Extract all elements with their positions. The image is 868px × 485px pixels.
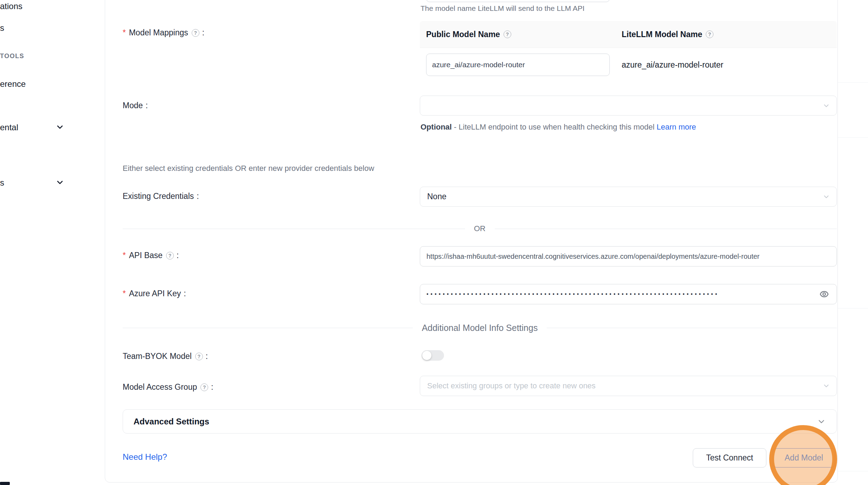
litellm-model-name-input-remnant[interactable]	[426, 0, 610, 2]
background-row-line	[838, 137, 868, 138]
test-connect-button[interactable]: Test Connect	[693, 448, 766, 467]
mapping-table-header: Public Model Name ? LiteLLM Model Name ?	[420, 21, 837, 48]
or-text: OR	[465, 224, 495, 233]
background-row-line	[838, 308, 868, 309]
model-mappings-label: Model Mappings	[129, 28, 188, 37]
help-question-icon[interactable]: ?	[200, 383, 208, 391]
azure-api-key-input[interactable]: ••••••••••••••••••••••••••••••••••••••••…	[420, 284, 837, 304]
learn-more-link[interactable]: Learn more	[657, 123, 696, 131]
advanced-settings-panel[interactable]: Advanced Settings	[123, 409, 837, 434]
sidebar-item-api-reference[interactable]: erence	[0, 79, 26, 89]
help-question-icon[interactable]: ?	[166, 252, 174, 259]
chevron-down-icon	[822, 193, 830, 201]
masked-api-key: ••••••••••••••••••••••••••••••••••••••••…	[426, 284, 815, 304]
team-byok-toggle[interactable]	[422, 350, 444, 361]
team-byok-label-row: Team-BYOK Model ? :	[123, 352, 208, 361]
info-settings-divider-text: Additional Model Info Settings	[413, 323, 547, 333]
model-mapping-table: Public Model Name ? LiteLLM Model Name ?…	[420, 21, 837, 82]
model-access-group-label: Model Access Group	[123, 382, 197, 392]
add-model-screen: ations s TOOLS erence ental s The model …	[0, 0, 868, 485]
help-question-icon[interactable]: ?	[706, 30, 713, 38]
or-divider: OR	[123, 224, 837, 233]
sidebar-item-guardrails[interactable]: s	[0, 23, 4, 33]
advanced-settings-label: Advanced Settings	[134, 417, 817, 427]
need-help-link[interactable]: Need Help?	[123, 452, 167, 462]
add-model-button[interactable]: Add Model	[773, 448, 835, 467]
background-row-line	[838, 82, 868, 83]
azure-api-key-label: Azure API Key	[129, 289, 181, 298]
help-question-icon[interactable]: ?	[504, 30, 511, 38]
public-model-name-header: Public Model Name ?	[420, 30, 622, 39]
team-byok-label: Team-BYOK Model	[123, 352, 192, 361]
chevron-down-icon	[822, 102, 830, 110]
mapping-table-row: azure_ai/azure-model-router	[420, 48, 837, 82]
required-asterisk: *	[123, 289, 126, 298]
chevron-down-icon[interactable]	[55, 123, 64, 132]
info-settings-divider: Additional Model Info Settings	[123, 323, 837, 333]
sidebar-section-tools: TOOLS	[0, 53, 24, 60]
chevron-down-icon[interactable]	[55, 178, 64, 187]
mode-label-row: Mode :	[123, 101, 148, 110]
model-mappings-label-row: * Model Mappings ? :	[123, 28, 204, 37]
background-row-line	[838, 471, 868, 471]
chevron-down-icon	[817, 417, 826, 426]
public-model-name-input[interactable]	[426, 54, 610, 76]
credentials-note: Either select existing credentials OR en…	[123, 164, 374, 173]
bottom-left-cutoff-element	[0, 482, 10, 485]
help-question-icon[interactable]: ?	[192, 29, 199, 37]
mode-label: Mode	[123, 101, 143, 110]
chevron-down-icon	[822, 382, 830, 390]
toggle-knob	[422, 351, 431, 360]
model-name-helper-text: The model name LiteLLM will send to the …	[421, 4, 585, 13]
required-asterisk: *	[123, 251, 126, 260]
existing-credentials-label-row: Existing Credentials :	[123, 192, 199, 201]
mode-help-text: Optional - LiteLLM endpoint to use when …	[421, 120, 717, 134]
model-access-group-label-row: Model Access Group ? :	[123, 382, 213, 392]
sidebar-item-settings[interactable]: s	[0, 178, 4, 188]
required-asterisk: *	[123, 28, 126, 37]
api-base-input[interactable]	[420, 246, 837, 266]
litellm-model-name-header: LiteLLM Model Name ?	[622, 30, 837, 39]
model-access-group-placeholder: Select existing groups or type to create…	[427, 381, 596, 390]
api-base-label-row: * API Base ? :	[123, 251, 179, 260]
api-base-label: API Base	[129, 251, 163, 260]
sidebar-item-experimental[interactable]: ental	[0, 123, 18, 132]
sidebar-item-organizations[interactable]: ations	[0, 1, 22, 11]
eye-icon[interactable]	[818, 290, 830, 299]
existing-credentials-label: Existing Credentials	[123, 192, 194, 201]
existing-credentials-select[interactable]: None	[420, 187, 837, 207]
mode-select[interactable]	[420, 96, 837, 116]
existing-credentials-value: None	[427, 192, 446, 201]
model-access-group-select[interactable]: Select existing groups or type to create…	[420, 376, 837, 396]
azure-api-key-label-row: * Azure API Key :	[123, 289, 186, 298]
help-question-icon[interactable]: ?	[195, 353, 203, 360]
litellm-model-name-value: azure_ai/azure-model-router	[622, 60, 837, 70]
